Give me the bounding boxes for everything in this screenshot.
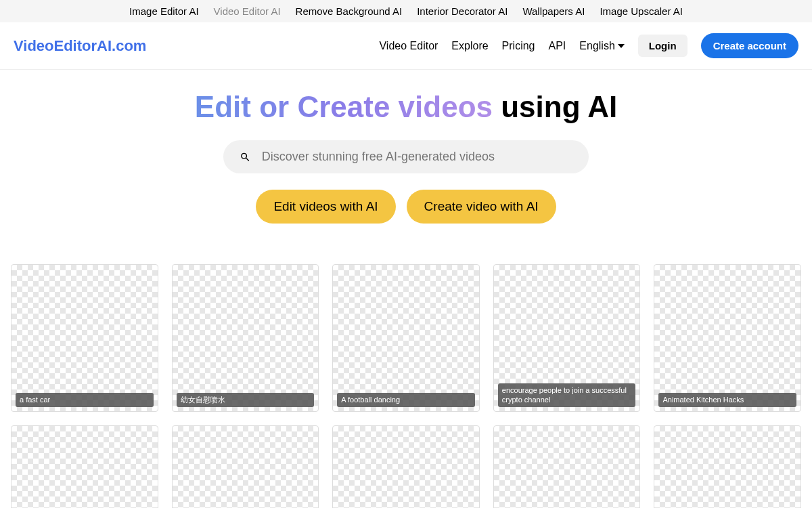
topbar-link-upscaler[interactable]: Image Upscaler AI <box>600 5 683 17</box>
top-link-bar: Image Editor AI Video Editor AI Remove B… <box>0 0 812 22</box>
topbar-link-video-editor[interactable]: Video Editor AI <box>214 5 281 17</box>
gallery-card[interactable]: encourage people to join a successful cr… <box>493 264 641 412</box>
chevron-down-icon <box>618 44 625 48</box>
topbar-link-interior[interactable]: Interior Decorator AI <box>417 5 508 17</box>
topbar-link-image-editor[interactable]: Image Editor AI <box>129 5 199 17</box>
search-input[interactable] <box>262 150 572 164</box>
search-box[interactable] <box>223 140 589 173</box>
create-video-button[interactable]: Create video with AI <box>407 190 556 224</box>
hero-title-gradient: Edit or Create videos <box>195 90 493 123</box>
create-account-button[interactable]: Create account <box>701 33 798 58</box>
login-button[interactable]: Login <box>638 35 687 57</box>
site-logo[interactable]: VideoEditorAI.com <box>14 37 146 55</box>
primary-nav: Video Editor Explore Pricing API English… <box>379 33 798 58</box>
card-caption: 幼女自慰喷水 <box>177 393 315 406</box>
topbar-link-wallpapers[interactable]: Wallpapers AI <box>522 5 585 17</box>
topbar-link-remove-bg[interactable]: Remove Background AI <box>296 5 403 17</box>
gallery-card[interactable]: 幼女自慰喷水 <box>172 264 319 412</box>
card-caption: encourage people to join a successful cr… <box>498 383 636 407</box>
gallery-card[interactable]: Une magnifique fille nue au long cheveux… <box>172 425 319 508</box>
gallery-card[interactable]: Animated Kitchen Hacks <box>654 264 801 412</box>
main-header: VideoEditorAI.com Video Editor Explore P… <box>0 22 812 70</box>
card-caption: a fast car <box>16 393 154 406</box>
card-caption: Animated Kitchen Hacks <box>658 393 796 406</box>
gallery-card[interactable]: a yellow hat flying in the sky and <box>332 425 480 508</box>
hero-title: Edit or Create videos using AI <box>14 90 798 124</box>
gallery-card[interactable] <box>493 425 641 508</box>
language-label: English <box>579 40 614 52</box>
gallery-card[interactable]: A football dancing <box>332 264 480 412</box>
hero-section: Edit or Create videos using AI Edit vide… <box>0 70 812 251</box>
gallery-card[interactable] <box>11 425 158 508</box>
gallery-card[interactable] <box>654 425 801 508</box>
edit-videos-button[interactable]: Edit videos with AI <box>256 190 395 224</box>
language-selector[interactable]: English <box>579 40 624 52</box>
nav-video-editor[interactable]: Video Editor <box>379 40 438 52</box>
card-caption: A football dancing <box>337 393 475 406</box>
nav-explore[interactable]: Explore <box>451 40 488 52</box>
search-icon <box>240 151 251 163</box>
nav-api[interactable]: API <box>549 40 566 52</box>
search-container <box>14 140 798 173</box>
gallery-card[interactable]: a fast car <box>11 264 158 412</box>
hero-title-suffix: using AI <box>493 90 617 123</box>
video-gallery: a fast car 幼女自慰喷水 A football dancing enc… <box>0 251 812 508</box>
nav-pricing[interactable]: Pricing <box>502 40 535 52</box>
cta-buttons: Edit videos with AI Create video with AI <box>14 190 798 224</box>
